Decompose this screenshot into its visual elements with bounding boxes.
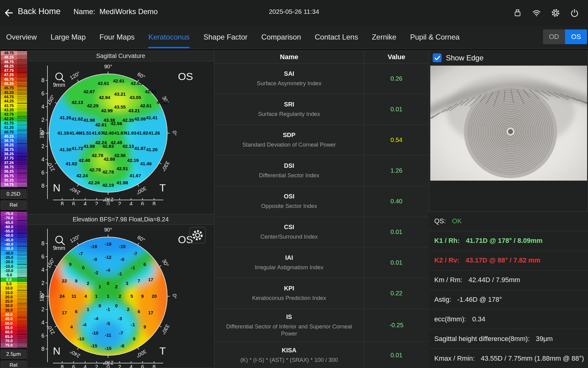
scale-entry: 40.75 [1,130,27,134]
svg-text:2: 2 [41,117,44,123]
scale-entry: 49.75 [1,51,27,55]
svg-text:42.19: 42.19 [102,182,114,188]
svg-text:42.67: 42.67 [83,89,95,94]
svg-text:41.16: 41.16 [58,130,69,136]
svg-text:42.61: 42.61 [98,81,109,86]
svg-text:60°: 60° [136,234,146,243]
scale-entry: 36.75 [1,165,27,169]
table-row-osi: OSIOpposite Sector Index0.40 [214,186,429,217]
datetime: 2025-05-26 11:34 [0,8,588,15]
svg-text:-15: -15 [105,346,111,351]
maps-panel: Sagittal Curvature 90°120°150°180 [27,51,214,368]
scale-entry: 43.25 [1,108,27,112]
svg-text:-1: -1 [106,307,110,312]
elevation-map-title: Elevation BFS=7.98 Float,Dia=8.24 [27,214,214,225]
tab-contact-lens[interactable]: Contact Lens [315,26,358,48]
svg-text:2: 2 [41,143,44,149]
scale-mode-button[interactable]: Rel [1,201,26,210]
svg-text:6: 6 [141,201,144,205]
svg-text:4: 4 [41,156,44,163]
scale-entry: 35.0 [1,308,27,312]
svg-text:0: 0 [107,364,110,368]
tab-large-map[interactable]: Large Map [51,26,86,48]
svg-text:6: 6 [41,254,44,260]
scale2-mode-button[interactable]: Rel [1,361,26,368]
zoom-loupe-icon[interactable] [56,73,64,82]
measurement-label: QS: [434,217,446,225]
scale-entry: -25.0 [1,255,27,260]
table-row-dsi: DSIDifferential Sector Index1.26 [214,155,429,186]
svg-text:8: 8 [41,77,44,83]
os-button[interactable]: OS [565,29,587,44]
gear-icon[interactable] [550,7,561,18]
table-row-sri: SRISurface Regularity Index0.01 [214,94,429,125]
svg-text:6: 6 [41,333,44,339]
index-abbr: DSI [284,162,294,169]
svg-text:42.51: 42.51 [117,166,128,171]
svg-text:42.61: 42.61 [95,122,107,127]
svg-text:9: 9 [69,262,71,267]
svg-text:-4: -4 [94,316,99,321]
measurement-label: K1 / Rh: [434,237,460,245]
tab-zernike[interactable]: Zernike [372,26,396,48]
index-value: 0.40 [390,198,402,205]
measurement-value: 43.55D / 7.75mm (1.88mm @ 88°) [481,355,584,362]
wifi-icon[interactable] [531,7,542,18]
svg-text:42.40: 42.40 [79,158,90,163]
table-row-sai: SAISurface Asymmetry Index0.26 [214,63,429,94]
measurement-row: K1 / Rh:41.71D @ 178° / 8.09mm [429,231,588,251]
scale-entry: 40.0 [1,312,27,317]
svg-text:2: 2 [95,201,98,205]
tab-keratoconus[interactable]: Keratoconus [148,26,190,48]
tab-overview[interactable]: Overview [6,26,37,48]
svg-text:42.83: 42.83 [102,144,114,149]
measurement-value: 0.34 [472,315,485,323]
zoom-loupe-icon[interactable] [56,236,64,245]
scale-entry: -60.0 [1,225,27,229]
svg-text:N: N [53,182,61,194]
scale-entry: 44.25 [1,99,27,103]
svg-text:6: 6 [72,201,75,205]
tab-pupil-cornea[interactable]: Pupil & Cornea [410,26,459,48]
tab-shape-factor[interactable]: Shape Factor [203,26,247,48]
od-button[interactable]: OD [543,29,565,44]
scale-entry: 5.0 [1,282,27,286]
measurement-value: -1.46D @ 178° [457,296,502,304]
scale-entry: 47.75 [1,68,27,73]
svg-text:7: 7 [138,278,140,283]
svg-text:8: 8 [41,240,44,247]
svg-text:T: T [160,345,166,357]
power-icon[interactable] [569,7,580,18]
svg-text:1: 1 [95,293,97,299]
svg-text:9: 9 [144,324,146,329]
svg-text:-15: -15 [91,343,97,348]
scale-entry: -15.0 [1,264,27,269]
tab-four-maps[interactable]: Four Maps [100,26,135,48]
measurement-row: K2 / Rv:43.17D @ 88° / 7.82 mm [429,251,588,270]
svg-text:6: 6 [138,309,140,314]
scale-entry: -65.0 [1,220,27,225]
svg-text:2: 2 [87,281,89,286]
svg-text:4: 4 [70,324,73,329]
svg-text:6: 6 [72,364,75,368]
svg-text:0: 0 [99,303,101,308]
scale-entry: 42.25 [1,117,27,121]
svg-text:41.98: 41.98 [83,117,95,123]
tab-comparison[interactable]: Comparison [261,26,301,48]
svg-text:4: 4 [130,201,133,205]
scale2-step-button[interactable]: 2.5μm [1,350,26,359]
show-edge-checkbox[interactable]: Show Edge [433,53,484,62]
svg-text:4: 4 [84,364,87,368]
scale-entry: 40.25 [1,134,27,139]
svg-text:6: 6 [41,170,44,176]
sagittal-map-title: Sagittal Curvature [27,51,214,61]
svg-text:0: 0 [41,293,44,299]
measurement-label: K2 / Rv: [434,256,459,264]
svg-text:4: 4 [41,267,44,273]
scale-step-button[interactable]: 0.25D [1,190,26,199]
checkbox-checked-icon[interactable] [433,53,442,62]
measurement-rows: QS:OKK1 / Rh:41.71D @ 178° / 8.09mmK2 / … [429,212,588,368]
usb-icon[interactable] [512,7,523,18]
index-description: Keratoconus Prediction Index [252,294,326,301]
svg-text:42.61: 42.61 [140,103,152,108]
